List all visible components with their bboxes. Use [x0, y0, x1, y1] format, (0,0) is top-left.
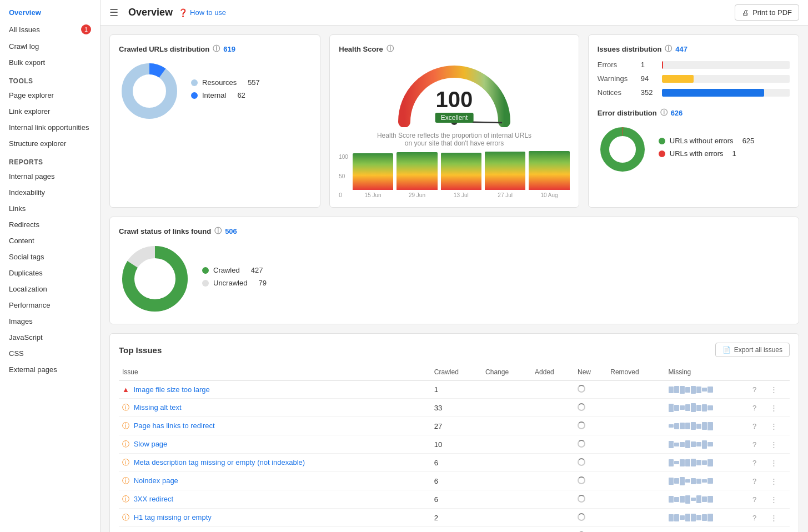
all-issues-badge: 1 [81, 24, 91, 34]
issue-new [574, 417, 607, 435]
issue-menu[interactable]: ⋮ [767, 417, 790, 435]
history-bar-2: 29 Jun [397, 152, 437, 198]
issue-help[interactable]: ? [749, 417, 767, 435]
crawl-status-count: 506 [225, 227, 237, 235]
issue-crawled: 27 [431, 417, 482, 435]
issue-change [482, 509, 531, 527]
top-issues-title: Top Issues [119, 345, 162, 355]
issue-new [574, 399, 607, 417]
issue-new [574, 527, 607, 533]
sidebar-item-javascript[interactable]: JavaScript [0, 329, 100, 345]
crawled-urls-title: Crawled URLs distribution [119, 45, 209, 53]
table-row[interactable]: ⓘ Meta description tag missing or empty … [119, 454, 790, 472]
history-y-axis: 100 50 0 [339, 154, 350, 198]
error-dist-count: 626 [671, 109, 683, 117]
issue-menu[interactable]: ⋮ [767, 399, 790, 417]
sidebar-item-images[interactable]: Images [0, 313, 100, 329]
issue-help[interactable]: ? [749, 527, 767, 533]
sidebar-item-content[interactable]: Content [0, 233, 100, 249]
top-issues-card: Top Issues 📄 Export all issues Issue Cra… [109, 333, 799, 532]
export-icon: 📄 [722, 346, 731, 354]
sidebar-item-page-explorer[interactable]: Page explorer [0, 87, 100, 103]
health-score-info-icon[interactable]: ⓘ [387, 44, 394, 54]
crawl-status-info-icon[interactable]: ⓘ [214, 226, 222, 236]
issue-missing [665, 509, 750, 527]
issue-removed [607, 381, 665, 399]
col-new: New [574, 364, 607, 381]
issue-menu[interactable]: ⋮ [767, 490, 790, 509]
crawled-urls-legend: Resources 557 Internal 62 [191, 78, 311, 104]
issue-crawled: 1 [431, 381, 482, 399]
crawled-urls-info-icon[interactable]: ⓘ [213, 44, 220, 54]
table-row[interactable]: ▲ Image file size too large 1 ? ⋮ [119, 381, 790, 399]
issue-help[interactable]: ? [749, 490, 767, 509]
table-row[interactable]: ⓘ Page has links to redirect 27 ? ⋮ [119, 417, 790, 435]
issue-menu[interactable]: ⋮ [767, 509, 790, 527]
issue-crawled: 33 [431, 399, 482, 417]
crawl-status-title: Crawl status of links found [119, 227, 211, 235]
issue-menu[interactable]: ⋮ [767, 454, 790, 472]
issues-dist-info-icon[interactable]: ⓘ [665, 44, 672, 54]
issue-label: ⓘ Page has links to redirect [119, 417, 431, 435]
issue-missing [665, 381, 750, 399]
issue-help[interactable]: ? [749, 435, 767, 454]
sidebar-item-all-issues[interactable]: All Issues 1 [0, 21, 100, 38]
sidebar-item-external-pages[interactable]: External pages [0, 362, 100, 378]
table-row[interactable]: ⓘ Slow page 10 ? ⋮ [119, 435, 790, 454]
export-all-issues-button[interactable]: 📄 Export all issues [715, 343, 790, 357]
issue-help[interactable]: ? [749, 472, 767, 490]
crawled-urls-donut-chart [119, 61, 180, 122]
sidebar-item-internal-pages[interactable]: Internal pages [0, 168, 100, 184]
page-title: Overview [128, 7, 173, 18]
sidebar-item-redirects[interactable]: Redirects [0, 217, 100, 233]
issue-help[interactable]: ? [749, 381, 767, 399]
health-score-number: 100 [435, 88, 474, 111]
issue-help[interactable]: ? [749, 509, 767, 527]
table-row[interactable]: ⓘ Missing alt text 33 ? ⋮ [119, 399, 790, 417]
issue-new [574, 435, 607, 454]
issue-missing [665, 399, 750, 417]
issue-help[interactable]: ? [749, 454, 767, 472]
issue-crawled: 10 [431, 435, 482, 454]
issue-help[interactable]: ? [749, 399, 767, 417]
issue-menu[interactable]: ⋮ [767, 381, 790, 399]
sidebar-item-link-explorer[interactable]: Link explorer [0, 103, 100, 119]
issues-distribution-card: Issues distribution ⓘ 447 Errors 1 Warni… [588, 34, 799, 208]
issue-label: ⓘ Meta description tag missing or empty [119, 527, 431, 533]
sidebar-item-duplicates[interactable]: Duplicates [0, 265, 100, 281]
sidebar-item-social-tags[interactable]: Social tags [0, 249, 100, 265]
table-row[interactable]: ⓘ Meta description tag missing or empty … [119, 527, 790, 533]
issue-new [574, 381, 607, 399]
error-dist-info-icon[interactable]: ⓘ [660, 108, 668, 118]
print-icon: 🖨 [742, 8, 749, 17]
sidebar-item-structure-explorer[interactable]: Structure explorer [0, 135, 100, 152]
sidebar-item-bulk-export[interactable]: Bulk export [0, 54, 100, 71]
issue-removed [607, 454, 665, 472]
issue-change [482, 454, 531, 472]
sidebar-item-crawl-log[interactable]: Crawl log [0, 38, 100, 54]
issue-crawled: 2 [431, 509, 482, 527]
issue-crawled: 6 [431, 454, 482, 472]
menu-icon[interactable]: ☰ [109, 7, 118, 19]
issue-change [482, 399, 531, 417]
sidebar-item-internal-link-opp[interactable]: Internal link opportunities [0, 119, 100, 135]
sidebar-item-indexability[interactable]: Indexability [0, 184, 100, 200]
issue-menu[interactable]: ⋮ [767, 435, 790, 454]
issue-label: ⓘ Missing alt text [119, 399, 431, 417]
sidebar-item-overview[interactable]: Overview [0, 4, 100, 21]
issue-removed [607, 399, 665, 417]
issue-menu[interactable]: ⋮ [767, 472, 790, 490]
sidebar-item-links[interactable]: Links [0, 200, 100, 217]
sidebar-item-css[interactable]: CSS [0, 345, 100, 362]
how-to-use-link[interactable]: ❓ How to use [178, 8, 226, 17]
history-bar-4: 27 Jul [485, 152, 525, 198]
table-row[interactable]: ⓘ Noindex page 6 ? ⋮ [119, 472, 790, 490]
print-to-pdf-button[interactable]: 🖨 Print to PDF [735, 4, 799, 21]
table-row[interactable]: ⓘ 3XX redirect 6 ? ⋮ [119, 490, 790, 509]
sidebar-item-localization[interactable]: Localization [0, 281, 100, 297]
table-row[interactable]: ⓘ H1 tag missing or empty 2 ? ⋮ [119, 509, 790, 527]
issue-menu[interactable]: ⋮ [767, 527, 790, 533]
question-icon: ❓ [178, 8, 188, 17]
sidebar-item-performance[interactable]: Performance [0, 297, 100, 313]
legend-resources: Resources 557 [191, 78, 311, 87]
